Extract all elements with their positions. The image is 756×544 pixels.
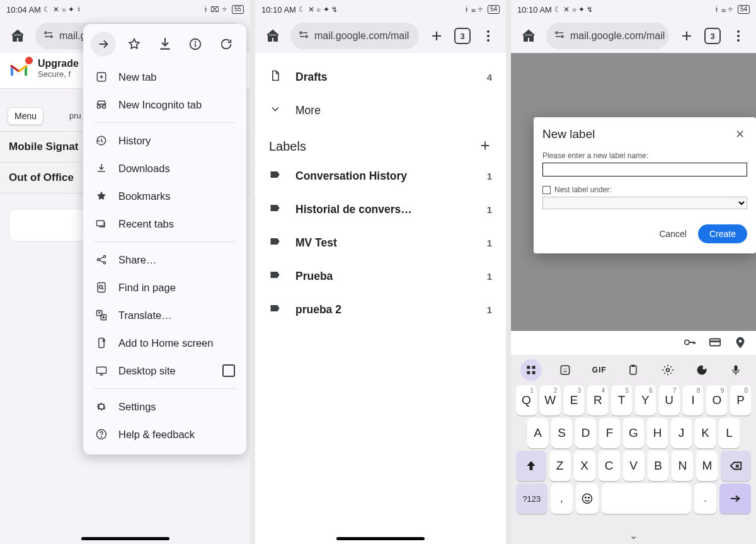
sidebar-more[interactable]: More [266, 94, 495, 127]
key-g[interactable]: G [623, 418, 644, 448]
keyboard-collapse-icon[interactable]: ⌄ [629, 530, 638, 541]
key-q[interactable]: Q1 [516, 385, 537, 415]
label-item[interactable]: prueba 2 1 [266, 293, 495, 327]
key-y[interactable]: Y6 [635, 385, 656, 415]
reload-icon[interactable] [214, 32, 239, 57]
sidebar-drafts[interactable]: Drafts 4 [266, 61, 495, 94]
key-e[interactable]: E3 [564, 385, 585, 415]
menu-history[interactable]: History [83, 127, 246, 154]
key-c[interactable]: C [598, 451, 620, 481]
overflow-menu-icon[interactable] [476, 23, 501, 49]
gmail-menu-button[interactable]: Menu [8, 107, 43, 125]
key-d[interactable]: D [575, 418, 596, 448]
key-w[interactable]: W2 [540, 385, 561, 415]
bookmark-star-icon[interactable] [122, 32, 147, 57]
label-item[interactable]: MV Test 1 [266, 226, 495, 260]
key-f[interactable]: F [599, 418, 620, 448]
key-o[interactable]: O9 [706, 385, 727, 415]
key-x[interactable]: X [574, 451, 595, 481]
key-emoji[interactable] [576, 483, 598, 514]
key-enter[interactable] [719, 483, 751, 514]
key-backspace[interactable] [721, 451, 751, 481]
home-icon[interactable] [260, 23, 285, 49]
info-icon[interactable] [183, 32, 208, 57]
add-label-icon[interactable] [478, 139, 492, 154]
nest-select[interactable] [542, 197, 747, 209]
key-n[interactable]: N [672, 451, 693, 481]
menu-recent-tabs[interactable]: Recent tabs [83, 210, 246, 238]
key-period[interactable]: . [694, 483, 717, 514]
close-icon[interactable]: ✕ [733, 126, 747, 142]
key-l[interactable]: L [719, 418, 740, 448]
nest-checkbox[interactable] [542, 186, 551, 194]
menu-desktop-site[interactable]: Desktop site [83, 357, 246, 385]
location-pin-icon[interactable] [733, 335, 747, 351]
svg-rect-44 [561, 366, 569, 374]
key-shift[interactable] [516, 451, 546, 481]
new-tab-icon[interactable] [424, 23, 449, 49]
key-t[interactable]: T5 [611, 385, 632, 415]
svg-point-53 [588, 497, 590, 499]
download-icon[interactable] [152, 32, 178, 57]
key-h[interactable]: H [647, 418, 668, 448]
share-icon [94, 253, 108, 266]
kbd-apps-icon[interactable] [520, 359, 542, 381]
key-space[interactable] [602, 483, 691, 514]
key-z[interactable]: Z [549, 451, 571, 481]
kbd-mic-icon[interactable] [724, 359, 747, 381]
create-button[interactable]: Create [698, 224, 747, 243]
key-j[interactable]: J [671, 418, 692, 448]
cancel-button[interactable]: Cancel [659, 229, 687, 239]
key-a[interactable]: A [527, 418, 548, 448]
key-r[interactable]: R4 [587, 385, 608, 415]
key-u[interactable]: U7 [659, 385, 680, 415]
menu-share[interactable]: Share… [83, 246, 246, 274]
tab-count[interactable]: 3 [454, 28, 471, 44]
kbd-theme-icon[interactable] [690, 359, 713, 381]
label-item[interactable]: Historial de convers… 1 [266, 193, 495, 226]
key-k[interactable]: K [695, 418, 716, 448]
menu-settings[interactable]: Settings [83, 393, 246, 420]
card-icon[interactable] [708, 335, 722, 351]
tab-count[interactable]: 3 [704, 28, 721, 44]
menu-help[interactable]: Help & feedback [83, 420, 246, 448]
password-key-icon[interactable] [683, 335, 697, 351]
input-suggestion-strip [511, 331, 756, 355]
new-tab-icon[interactable] [674, 23, 699, 49]
kbd-gif-icon[interactable]: GIF [588, 359, 610, 381]
url-bar[interactable]: mail.google.com/mail [546, 23, 669, 49]
menu-incognito[interactable]: New Incognito tab [83, 91, 246, 119]
label-name-input[interactable] [542, 163, 747, 177]
home-icon[interactable] [516, 23, 541, 49]
kbd-sticker-icon[interactable] [554, 359, 576, 381]
site-settings-icon[interactable] [43, 29, 54, 43]
key-b[interactable]: B [648, 451, 669, 481]
key-s[interactable]: S [551, 418, 572, 448]
menu-bookmarks[interactable]: Bookmarks [83, 182, 246, 210]
notification-dot-icon [25, 57, 33, 64]
menu-add-to-home[interactable]: Add to Home screen [83, 329, 246, 357]
key-symbols[interactable]: ?123 [516, 483, 547, 514]
menu-translate[interactable]: Translate… [83, 301, 246, 329]
home-icon[interactable] [5, 23, 30, 49]
kbd-settings-icon[interactable] [656, 359, 679, 381]
key-p[interactable]: P0 [730, 385, 751, 415]
overflow-menu-icon[interactable] [726, 23, 751, 49]
menu-find-in-page[interactable]: Find in page [83, 274, 246, 301]
label-item[interactable]: Conversation History 1 [266, 159, 495, 193]
key-v[interactable]: V [623, 451, 644, 481]
key-m[interactable]: M [696, 451, 718, 481]
forward-icon[interactable] [91, 32, 116, 57]
menu-downloads[interactable]: Downloads [83, 154, 246, 182]
url-bar[interactable]: mail.google.com/mail [290, 23, 419, 49]
desktop-checkbox[interactable] [222, 364, 235, 377]
site-settings-icon[interactable] [298, 29, 309, 43]
label-item[interactable]: Prueba 1 [266, 260, 495, 293]
kbd-clipboard-icon[interactable] [622, 359, 644, 381]
key-comma[interactable]: , [551, 483, 573, 514]
menu-new-tab[interactable]: New tab [83, 63, 246, 91]
key-i[interactable]: I8 [683, 385, 704, 415]
site-settings-icon[interactable] [554, 29, 565, 43]
dialog-prompt: Please enter a new label name: [542, 151, 747, 160]
menu-separator [93, 122, 236, 123]
